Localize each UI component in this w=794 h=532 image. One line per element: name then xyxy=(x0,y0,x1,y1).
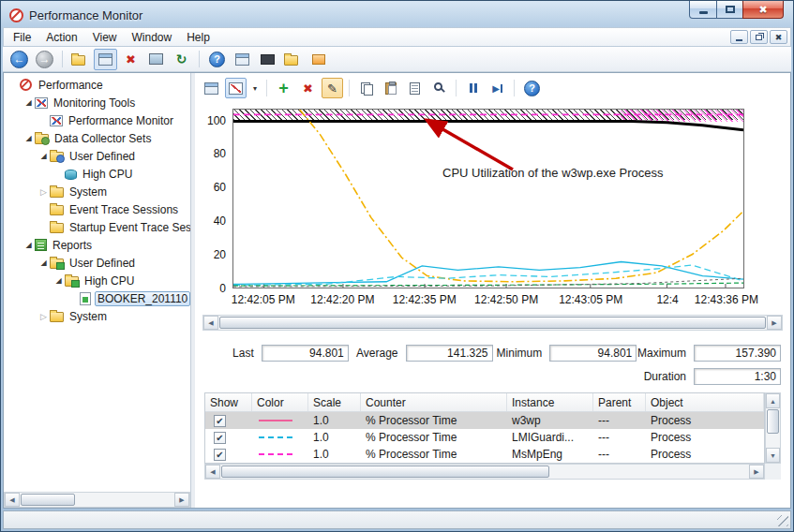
scroll-right-button[interactable]: ▶ xyxy=(749,465,764,479)
chart-horizontal-scrollbar[interactable]: ◀ ▶ xyxy=(202,315,783,331)
show-hide-console-tree-button[interactable] xyxy=(94,49,117,70)
pencil-icon: ✎ xyxy=(327,81,337,96)
highlight-button[interactable]: ✎ xyxy=(322,78,343,98)
new-window-button[interactable] xyxy=(231,49,254,70)
legend-header-scale[interactable]: Scale xyxy=(308,393,361,411)
color-swatch xyxy=(259,453,292,455)
scroll-track[interactable] xyxy=(220,465,749,479)
expanded-expander-icon[interactable]: ◢ xyxy=(37,259,50,267)
checkbox[interactable]: ✔ xyxy=(214,432,226,444)
legend-horizontal-scrollbar[interactable]: ◀ ▶ xyxy=(204,464,765,480)
expanded-expander-icon[interactable]: ◢ xyxy=(22,98,35,107)
checkbox[interactable]: ✔ xyxy=(214,415,226,427)
title-bar[interactable]: Performance Monitor ✖ xyxy=(3,3,791,27)
toolbar-separator xyxy=(199,51,200,67)
maximize-button[interactable] xyxy=(716,1,743,19)
expanded-expander-icon[interactable]: ◢ xyxy=(22,134,35,142)
legend-header-instance[interactable]: Instance xyxy=(507,393,593,411)
forward-button[interactable]: → xyxy=(33,49,56,70)
legend-header-parent[interactable]: Parent xyxy=(593,393,646,411)
scroll-right-button[interactable]: ▶ xyxy=(174,493,189,507)
refresh-button[interactable]: ↻ xyxy=(170,49,193,70)
zoom-button[interactable] xyxy=(428,78,450,98)
update-data-button[interactable]: ▶ xyxy=(487,78,508,98)
chart-icon xyxy=(35,97,48,109)
expanded-expander-icon[interactable]: ◢ xyxy=(52,276,65,285)
back-button[interactable]: ← xyxy=(7,49,31,70)
view-pane-button[interactable] xyxy=(201,78,222,98)
menu-action[interactable]: Action xyxy=(38,29,84,46)
tree-item-performance-monitor[interactable]: Performance Monitor xyxy=(4,111,190,129)
export-list-button[interactable] xyxy=(68,49,92,70)
help-button[interactable]: ? xyxy=(205,49,229,70)
legend-header-color[interactable]: Color xyxy=(252,393,308,411)
close-button[interactable]: ✖ xyxy=(742,1,784,19)
scroll-track[interactable] xyxy=(20,493,174,507)
legend-row-msmpeng[interactable]: ✔1.0% Processor TimeMsMpEng---Process xyxy=(205,446,764,463)
mdi-restore-button[interactable] xyxy=(750,30,768,44)
tree-item-startup-event-trace-ses[interactable]: Startup Event Trace Ses xyxy=(4,218,190,236)
scroll-down-button[interactable]: ▼ xyxy=(766,448,780,463)
legend-row-w3wp[interactable]: ✔1.0% Processor Timew3wp---Process xyxy=(205,412,764,429)
tree-horizontal-scrollbar[interactable]: ◀ ▶ xyxy=(4,492,190,508)
scroll-thumb[interactable] xyxy=(219,317,766,329)
performance-monitor-window: Performance Monitor ✖ FileActionViewWind… xyxy=(0,0,794,532)
scroll-thumb[interactable] xyxy=(21,494,75,506)
scroll-right-button[interactable]: ▶ xyxy=(767,316,782,330)
media-button[interactable] xyxy=(256,49,279,70)
collapsed-expander-icon[interactable]: ▷ xyxy=(37,187,50,197)
expanded-expander-icon[interactable]: ◢ xyxy=(22,241,35,249)
menu-help[interactable]: Help xyxy=(179,29,217,46)
y-tick-label: 100 xyxy=(207,114,226,127)
minimize-button[interactable] xyxy=(689,1,717,19)
scroll-thumb[interactable] xyxy=(767,409,779,434)
legend-header-show[interactable]: Show xyxy=(205,393,252,411)
collapsed-expander-icon[interactable]: ▷ xyxy=(37,312,50,321)
tree-item-data-collector-sets[interactable]: ◢Data Collector Sets xyxy=(4,129,190,147)
legend-header-object[interactable]: Object xyxy=(646,393,764,411)
scroll-track[interactable] xyxy=(766,408,780,448)
folder-button[interactable] xyxy=(281,49,305,70)
legend-vertical-scrollbar[interactable]: ▲ ▼ xyxy=(765,392,781,464)
delete-button[interactable]: ✖ xyxy=(119,49,142,70)
mdi-close-button[interactable]: ✖ xyxy=(770,30,787,44)
scroll-left-button[interactable]: ◀ xyxy=(203,316,218,330)
library-button[interactable] xyxy=(307,49,330,70)
tree-item-high-cpu[interactable]: High CPU xyxy=(4,165,190,183)
chart-type-dropdown[interactable]: ▾ xyxy=(249,78,261,98)
tree-item-performance[interactable]: Performance xyxy=(4,76,190,94)
scroll-up-button[interactable]: ▲ xyxy=(766,393,780,408)
tree-item-event-trace-sessions[interactable]: Event Trace Sessions xyxy=(4,200,190,218)
chart-plot-area: CPU Utilization of the w3wp.exe Process xyxy=(232,109,744,288)
menu-window[interactable]: Window xyxy=(125,29,180,46)
legend-row-lmiguardi[interactable]: ✔1.0% Processor TimeLMIGuardi...---Proce… xyxy=(205,429,764,446)
display-button[interactable] xyxy=(144,49,168,70)
scroll-left-button[interactable]: ◀ xyxy=(5,493,20,507)
menu-file[interactable]: File xyxy=(6,29,38,46)
copy-properties-button[interactable] xyxy=(355,78,377,98)
scroll-left-button[interactable]: ◀ xyxy=(205,465,220,479)
chart-type-button[interactable] xyxy=(225,78,247,98)
tree-item-booker-201110[interactable]: BOOKER_201110 xyxy=(4,289,190,307)
mdi-minimize-button[interactable] xyxy=(730,30,748,44)
add-counter-button[interactable]: + xyxy=(273,78,294,98)
menu-view[interactable]: View xyxy=(85,29,125,46)
legend-header-counter[interactable]: Counter xyxy=(361,393,507,411)
paste-counter-list-button[interactable] xyxy=(380,78,401,98)
tree-item-reports[interactable]: ◢Reports xyxy=(4,236,190,254)
tree-item-user-defined[interactable]: ◢User Defined xyxy=(4,147,190,165)
scroll-track[interactable] xyxy=(218,316,767,330)
properties-button[interactable] xyxy=(404,78,426,98)
scroll-thumb[interactable] xyxy=(221,466,549,478)
graph-help-button[interactable]: ? xyxy=(520,78,544,98)
tree-item-high-cpu[interactable]: ◢High CPU xyxy=(4,272,190,289)
freeze-display-button[interactable] xyxy=(462,78,484,98)
expanded-expander-icon[interactable]: ◢ xyxy=(37,152,50,160)
tree-item-monitoring-tools[interactable]: ◢Monitoring Tools xyxy=(4,94,190,111)
legend-cell: MsMpEng xyxy=(507,448,593,461)
tree-item-user-defined[interactable]: ◢User Defined xyxy=(4,254,190,272)
checkbox[interactable]: ✔ xyxy=(214,449,226,461)
delete-counter-button[interactable]: ✖ xyxy=(297,78,319,98)
tree-item-system[interactable]: ▷System xyxy=(4,307,190,325)
tree-item-system[interactable]: ▷System xyxy=(4,183,190,200)
